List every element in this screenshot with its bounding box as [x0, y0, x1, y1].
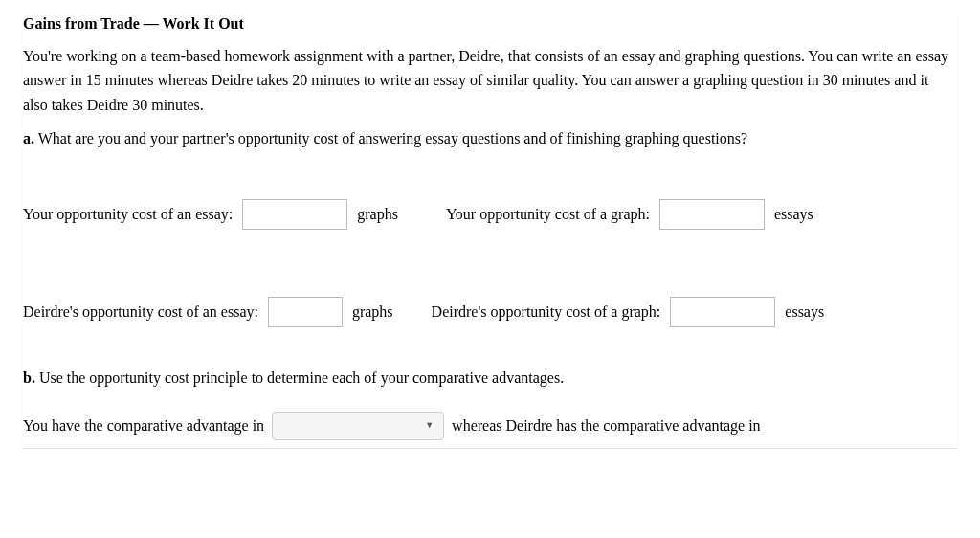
comp-adv-select[interactable]: ▼: [272, 412, 444, 440]
page-title: Gains from Trade — Work It Out: [23, 11, 957, 36]
intro-paragraph: You're working on a team-based homework …: [23, 44, 957, 118]
question-b: b. Use the opportunity cost principle to…: [23, 366, 957, 391]
your-cost-row: Your opportunity cost of an essay: graph…: [23, 199, 957, 230]
deirdre-cost-row: Deirdre's opportunity cost of an essay: …: [23, 297, 957, 327]
your-graph-cost-input[interactable]: [659, 199, 765, 230]
comparative-advantage-row: You have the comparative advantage in ▼ …: [23, 412, 957, 440]
question-a: a. What are you and your partner's oppor…: [23, 126, 957, 151]
question-b-label: b.: [23, 370, 35, 386]
your-essay-cost-unit: graphs: [357, 202, 398, 227]
deirdre-graph-cost-label: Deirdre's opportunity cost of a graph:: [432, 300, 661, 325]
deirdre-graph-cost-unit: essays: [785, 300, 824, 325]
your-essay-cost-input[interactable]: [242, 199, 347, 230]
comp-adv-pre-text: You have the comparative advantage in: [23, 414, 264, 438]
deirdre-essay-cost-label: Deirdre's opportunity cost of an essay:: [23, 300, 258, 325]
your-essay-cost-label: Your opportunity cost of an essay:: [23, 202, 233, 227]
your-graph-cost-unit: essays: [774, 202, 813, 227]
deirdre-graph-cost-input[interactable]: [670, 297, 775, 327]
question-a-text: What are you and your partner's opportun…: [38, 130, 747, 146]
comp-adv-post-text: whereas Deirdre has the comparative adva…: [452, 414, 761, 438]
chevron-down-icon: ▼: [425, 418, 434, 432]
question-b-text: Use the opportunity cost principle to de…: [39, 370, 564, 386]
deirdre-essay-cost-unit: graphs: [352, 300, 393, 325]
question-a-label: a.: [23, 130, 34, 146]
your-graph-cost-label: Your opportunity cost of a graph:: [446, 202, 650, 227]
deirdre-essay-cost-input[interactable]: [268, 297, 343, 327]
